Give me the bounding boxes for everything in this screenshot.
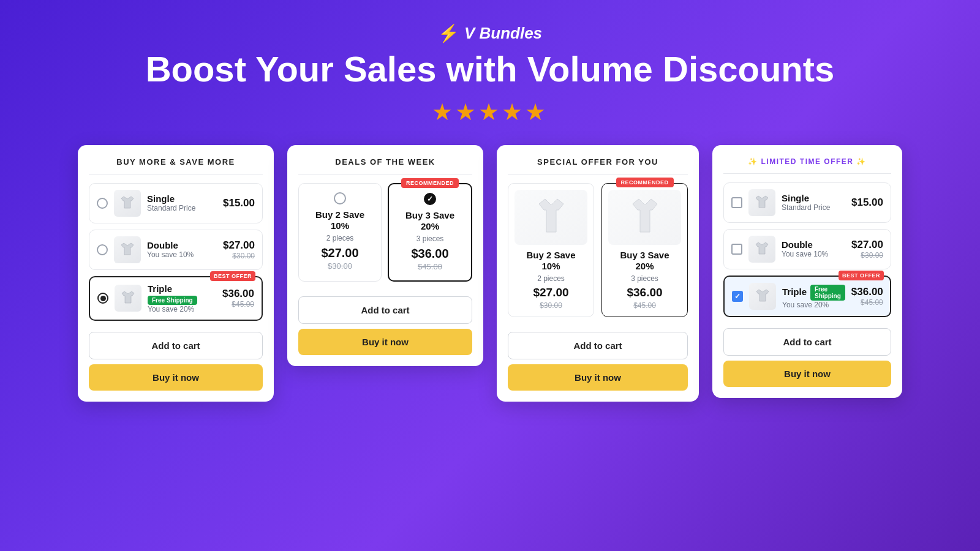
special-options: Buy 2 Save10% 2 pieces $27.00 $30.00 REC… xyxy=(508,183,688,317)
free-shipping-badge: Free Shipping xyxy=(148,296,197,305)
price-old-double: $30.00 xyxy=(223,252,255,260)
card1-buy-now-button[interactable]: Buy it now xyxy=(89,364,263,391)
checkbox-triple[interactable] xyxy=(732,291,743,302)
deal-pieces-buy2: 2 pieces xyxy=(305,234,375,242)
card3-add-to-cart-button[interactable]: Add to cart xyxy=(508,332,688,359)
card4-buy-now-button[interactable]: Buy it now xyxy=(723,361,891,387)
shirt-image-triple xyxy=(115,285,141,312)
deal-option-buy3[interactable]: RECOMMENDED Buy 3 Save20% 3 pieces $36.0… xyxy=(388,183,472,282)
card-buy-more-save-more: BUY MORE & SAVE MORE Single Standard Pri… xyxy=(78,145,274,402)
option-price4-triple: $36.00 $45.00 xyxy=(851,286,883,307)
card4-option-double[interactable]: Double You save 10% $27.00 $30.00 xyxy=(723,229,891,269)
deal-radio-buy2[interactable] xyxy=(334,192,346,204)
option-info4-triple: Triple Free Shipping You save 20% xyxy=(782,283,845,309)
card1-option-triple[interactable]: BEST OFFER Triple Free Shipping You save… xyxy=(89,276,263,321)
price-old-triple: $45.00 xyxy=(222,300,254,309)
option-title-triple: Triple xyxy=(148,283,216,294)
special-pieces-buy3: 3 pieces xyxy=(608,274,681,283)
free-shipping-badge-card4: Free Shipping xyxy=(810,285,845,301)
brand-name: V Bundles xyxy=(464,24,542,43)
special-price-buy3: $36.00 xyxy=(608,286,681,299)
brand-icon: ⚡ xyxy=(438,23,459,43)
special-pieces-buy2: 2 pieces xyxy=(514,274,587,283)
shirt-image4-single xyxy=(748,189,775,216)
card4-header: ✨ LIMITED TIME OFFER ✨ xyxy=(723,157,891,174)
card2-header: DEALS OF THE WEEK xyxy=(298,157,472,174)
star-rating: ★★★★★ xyxy=(432,99,548,126)
special-option-buy2[interactable]: Buy 2 Save10% 2 pieces $27.00 $30.00 xyxy=(508,183,594,317)
option-subtitle-single: Standard Price xyxy=(147,204,217,212)
option-info-double: Double You save 10% xyxy=(147,240,217,259)
special-price-old-buy2: $30.00 xyxy=(540,301,562,310)
badge-recommended-card2: RECOMMENDED xyxy=(401,178,459,188)
badge-best-offer-card4: BEST OFFER xyxy=(839,271,884,280)
option-price-single: $15.00 xyxy=(223,197,255,209)
card1-add-to-cart-button[interactable]: Add to cart xyxy=(89,332,263,359)
radio-triple[interactable] xyxy=(97,293,108,304)
option-subtitle-triple: You save 20% xyxy=(148,305,216,313)
shirt-image-double xyxy=(114,236,141,263)
card3-buy-now-button[interactable]: Buy it now xyxy=(508,364,688,391)
special-title-buy2: Buy 2 Save10% xyxy=(514,250,587,272)
radio-double[interactable] xyxy=(97,244,108,255)
deal-price-buy2: $27.00 xyxy=(305,246,375,260)
option-price4-double: $27.00 $30.00 xyxy=(851,239,883,260)
option-info4-double: Double You save 10% xyxy=(782,239,845,258)
special-img-buy3 xyxy=(608,190,681,245)
price4-single: $15.00 xyxy=(851,197,883,209)
option-subtitle4-triple: You save 20% xyxy=(782,301,845,309)
option-title4-triple: Triple xyxy=(782,287,807,297)
option-price-double: $27.00 $30.00 xyxy=(223,239,255,260)
option-info-single: Single Standard Price xyxy=(147,193,217,212)
option-title-double: Double xyxy=(147,240,217,250)
special-price-old-buy3: $45.00 xyxy=(633,301,656,310)
card1-header: BUY MORE & SAVE MORE xyxy=(89,157,263,174)
card4-option-single[interactable]: Single Standard Price $15.00 xyxy=(723,182,891,223)
special-img-buy2 xyxy=(514,190,587,245)
price-single: $15.00 xyxy=(223,197,255,209)
card2-add-to-cart-button[interactable]: Add to cart xyxy=(298,296,472,324)
price4-double: $27.00 xyxy=(851,239,883,251)
cards-row: BUY MORE & SAVE MORE Single Standard Pri… xyxy=(78,145,902,402)
price-double: $27.00 xyxy=(223,239,255,252)
card2-buy-now-button[interactable]: Buy it now xyxy=(298,329,472,355)
checkbox-single[interactable] xyxy=(731,197,742,208)
card-deals-of-week: DEALS OF THE WEEK Buy 2 Save10% 2 pieces… xyxy=(287,145,483,366)
radio-single[interactable] xyxy=(97,198,108,209)
option-title4-single: Single xyxy=(782,193,845,203)
card1-option-double[interactable]: Double You save 10% $27.00 $30.00 xyxy=(89,230,263,270)
option-subtitle4-double: You save 10% xyxy=(782,250,845,258)
deal-radio-buy3[interactable] xyxy=(424,193,436,205)
price4-triple: $36.00 xyxy=(851,286,883,298)
card1-option-single[interactable]: Single Standard Price $15.00 xyxy=(89,183,263,223)
special-option-buy3[interactable]: RECOMMENDED Buy 3 Save20% 3 pieces $36.0… xyxy=(601,183,688,317)
option-subtitle4-single: Standard Price xyxy=(782,203,845,212)
page-headline: Boost Your Sales with Volume Discounts xyxy=(146,50,835,89)
deal-price-old-buy2: $30.00 xyxy=(328,261,352,271)
deal-title-buy2: Buy 2 Save10% xyxy=(305,209,375,231)
deal-title-buy3: Buy 3 Save20% xyxy=(395,210,465,232)
special-title-buy3: Buy 3 Save20% xyxy=(608,250,681,272)
card-limited-time: ✨ LIMITED TIME OFFER ✨ Single Standard P… xyxy=(712,145,902,398)
card4-option-triple[interactable]: BEST OFFER Triple Free Shipping You save… xyxy=(723,276,891,317)
price-old4-double: $30.00 xyxy=(851,251,883,260)
option-subtitle-double: You save 10% xyxy=(147,250,217,259)
option-title-single: Single xyxy=(147,193,217,204)
badge-best-offer: BEST OFFER xyxy=(210,271,255,281)
deal-price-old-buy3: $45.00 xyxy=(418,262,442,271)
option-title4-double: Double xyxy=(782,239,845,250)
option-info4-single: Single Standard Price xyxy=(782,193,845,212)
checkbox-double[interactable] xyxy=(731,244,742,255)
card-special-offer: SPECIAL OFFER FOR YOU Buy 2 Save10% 2 pi… xyxy=(497,145,699,402)
shirt-image4-double xyxy=(748,236,775,263)
deal-price-buy3: $36.00 xyxy=(395,247,465,261)
badge-recommended-card3: RECOMMENDED xyxy=(616,178,673,187)
option-info-triple: Triple Free Shipping You save 20% xyxy=(148,283,216,313)
card3-header: SPECIAL OFFER FOR YOU xyxy=(508,157,688,174)
header: ⚡ V Bundles Boost Your Sales with Volume… xyxy=(146,23,835,126)
card4-add-to-cart-button[interactable]: Add to cart xyxy=(723,328,891,356)
option-price4-single: $15.00 xyxy=(851,197,883,209)
shirt-image4-triple xyxy=(749,283,776,310)
deals-options: Buy 2 Save10% 2 pieces $27.00 $30.00 REC… xyxy=(298,183,472,282)
deal-option-buy2[interactable]: Buy 2 Save10% 2 pieces $27.00 $30.00 xyxy=(298,183,382,282)
